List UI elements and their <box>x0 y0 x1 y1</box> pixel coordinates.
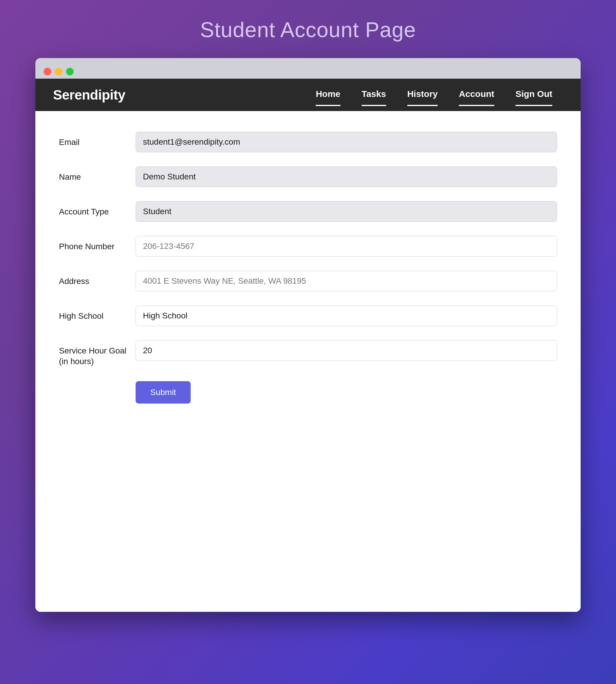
input-phone[interactable] <box>136 236 557 256</box>
nav-links: Home Tasks History Account Sign Out <box>305 89 563 101</box>
label-service-hours: Service Hour Goal (in hours) <box>59 340 136 367</box>
nav-link-history[interactable]: History <box>397 89 448 101</box>
traffic-lights <box>44 68 74 75</box>
form-row-name: Name <box>59 166 557 187</box>
form-container: Email Name Account Type Phone Number Add… <box>35 111 581 612</box>
nav-link-home[interactable]: Home <box>305 89 351 101</box>
input-service-hours[interactable] <box>136 340 557 361</box>
nav-link-signout[interactable]: Sign Out <box>505 89 563 101</box>
traffic-light-close[interactable] <box>44 68 51 75</box>
form-row-highschool: High School <box>59 305 557 326</box>
form-row-service-hours: Service Hour Goal (in hours) <box>59 340 557 367</box>
nav-link-account[interactable]: Account <box>448 89 505 101</box>
traffic-light-minimize[interactable] <box>55 68 63 75</box>
label-name: Name <box>59 166 136 182</box>
form-row-address: Address <box>59 271 557 291</box>
submit-button[interactable]: Submit <box>136 381 191 404</box>
navbar: Serendipity Home Tasks History Account S… <box>35 79 581 111</box>
page-title: Student Account Page <box>200 18 416 42</box>
nav-link-tasks[interactable]: Tasks <box>351 89 397 101</box>
input-name[interactable] <box>136 166 557 187</box>
label-email: Email <box>59 132 136 147</box>
browser-content: Serendipity Home Tasks History Account S… <box>35 79 581 612</box>
input-account-type[interactable] <box>136 201 557 222</box>
input-email[interactable] <box>136 132 557 152</box>
label-address: Address <box>59 271 136 287</box>
browser-window: Serendipity Home Tasks History Account S… <box>35 58 581 612</box>
label-phone: Phone Number <box>59 236 136 252</box>
form-row-phone: Phone Number <box>59 236 557 256</box>
label-highschool: High School <box>59 305 136 321</box>
nav-brand: Serendipity <box>53 87 125 103</box>
form-row-email: Email <box>59 132 557 152</box>
browser-chrome <box>35 58 581 79</box>
form-row-account-type: Account Type <box>59 201 557 222</box>
label-account-type: Account Type <box>59 201 136 217</box>
input-highschool[interactable] <box>136 305 557 326</box>
traffic-light-maximize[interactable] <box>66 68 74 75</box>
input-address[interactable] <box>136 271 557 291</box>
